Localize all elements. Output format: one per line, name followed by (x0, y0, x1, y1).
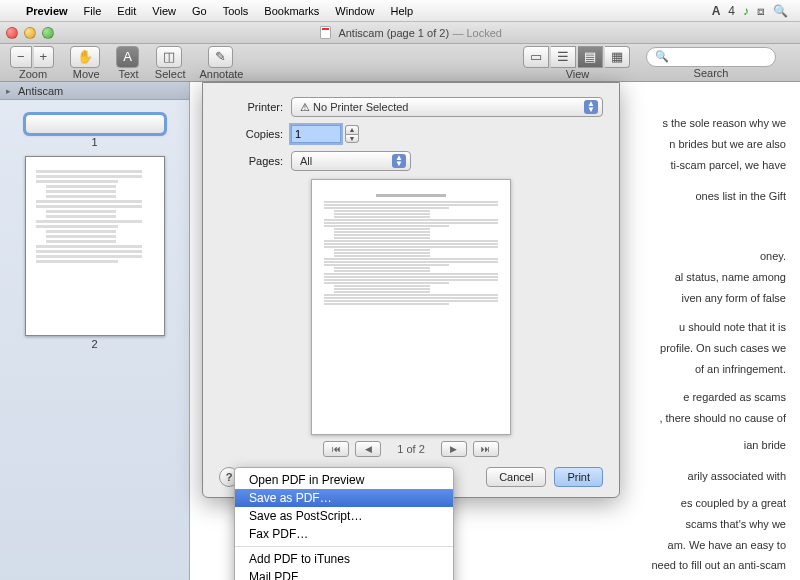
text-cursor-icon: A (123, 49, 132, 64)
bluetooth-icon[interactable]: ⧈ (757, 4, 765, 18)
hand-icon: ✋ (77, 49, 93, 64)
toolbar-label: Text (118, 68, 138, 80)
copies-stepper[interactable]: ▲▼ (345, 125, 359, 143)
view-mode-1-button[interactable]: ▭ (523, 46, 549, 68)
document-proxy-icon[interactable] (320, 26, 331, 39)
toolbar-label: View (566, 68, 590, 80)
menu-item-save-as-postscript[interactable]: Save as PostScript… (235, 507, 453, 525)
pages-label: Pages: (219, 155, 283, 167)
pdf-dropdown-menu: Open PDF in Preview Save as PDF… Save as… (234, 467, 454, 580)
view-mode-2-button[interactable]: ☰ (551, 46, 576, 68)
window-toolbar: − + Zoom ✋ Move A Text ◫ Select ✎ Annota… (0, 44, 800, 82)
window-title: Antiscam (page 1 of 2) — Locked (62, 26, 760, 40)
itunes-icon[interactable]: ♪ (743, 4, 749, 18)
file-menu[interactable]: File (76, 5, 110, 17)
minus-icon: − (17, 49, 25, 64)
close-window-button[interactable] (6, 27, 18, 39)
prev-page-button[interactable]: ◀ (355, 441, 381, 457)
print-preview-thumbnail (311, 179, 511, 435)
app-menu[interactable]: Preview (18, 5, 76, 17)
printer-select[interactable]: ⚠︎ No Printer Selected ▲▼ (291, 97, 603, 117)
toolbar-label: Select (155, 68, 186, 80)
window-titlebar: Antiscam (page 1 of 2) — Locked (0, 22, 800, 44)
help-menu[interactable]: Help (382, 5, 421, 17)
menu-item-mail-pdf[interactable]: Mail PDF (235, 568, 453, 580)
thumbnail-sidebar: Antiscam 1 (0, 82, 190, 580)
copies-label: Copies: (219, 128, 283, 140)
window-menu[interactable]: Window (327, 5, 382, 17)
first-page-button[interactable]: ⏮ (323, 441, 349, 457)
zoom-window-button[interactable] (42, 27, 54, 39)
thumbnail-page-number: 1 (18, 136, 171, 148)
bookmarks-menu[interactable]: Bookmarks (256, 5, 327, 17)
view-menu[interactable]: View (144, 5, 184, 17)
view-mode-3-button[interactable]: ▤ (578, 46, 603, 68)
adobe-status-icon[interactable]: A (712, 4, 721, 18)
menu-item-open-pdf[interactable]: Open PDF in Preview (235, 471, 453, 489)
menu-item-fax-pdf[interactable]: Fax PDF… (235, 525, 453, 543)
pages-select[interactable]: All ▲▼ (291, 151, 411, 171)
select-tool-button[interactable]: ◫ (156, 46, 182, 68)
plus-icon: + (40, 49, 48, 64)
toolbar-label: Move (73, 68, 100, 80)
select-arrows-icon: ▲▼ (392, 154, 406, 168)
thumbnail-page-number: 2 (18, 338, 171, 350)
page-thumbnail-2[interactable] (25, 156, 165, 336)
menu-item-add-to-itunes[interactable]: Add PDF to iTunes (235, 550, 453, 568)
pencil-icon: ✎ (215, 49, 226, 64)
go-menu[interactable]: Go (184, 5, 215, 17)
annotate-button[interactable]: ✎ (208, 46, 233, 68)
move-tool-button[interactable]: ✋ (70, 46, 100, 68)
zoom-in-button[interactable]: + (34, 46, 55, 68)
toolbar-label: Search (694, 67, 729, 79)
edit-menu[interactable]: Edit (109, 5, 144, 17)
select-arrows-icon: ▲▼ (584, 100, 598, 114)
menu-item-save-as-pdf[interactable]: Save as PDF… (235, 489, 453, 507)
next-page-button[interactable]: ▶ (441, 441, 467, 457)
notification-badge[interactable]: 4 (728, 4, 735, 18)
toolbar-label: Annotate (199, 68, 243, 80)
printer-label: Printer: (219, 101, 283, 113)
search-icon: 🔍 (655, 50, 669, 63)
selection-icon: ◫ (163, 49, 175, 64)
zoom-out-button[interactable]: − (10, 46, 32, 68)
page-thumbnail-1[interactable] (25, 114, 165, 134)
last-page-button[interactable]: ⏭ (473, 441, 499, 457)
search-field[interactable]: 🔍 (646, 47, 776, 67)
tools-menu[interactable]: Tools (215, 5, 257, 17)
text-tool-button[interactable]: A (116, 46, 139, 68)
toolbar-label: Zoom (19, 68, 47, 80)
print-button[interactable]: Print (554, 467, 603, 487)
minimize-window-button[interactable] (24, 27, 36, 39)
cancel-button[interactable]: Cancel (486, 467, 546, 487)
spotlight-icon[interactable]: 🔍 (773, 4, 788, 18)
view-mode-4-button[interactable]: ▦ (605, 46, 630, 68)
system-menubar: Preview File Edit View Go Tools Bookmark… (0, 0, 800, 22)
sidebar-header[interactable]: Antiscam (0, 82, 189, 100)
copies-input[interactable] (291, 125, 341, 143)
page-indicator: 1 of 2 (397, 443, 425, 455)
print-dialog: Printer: ⚠︎ No Printer Selected ▲▼ Copie… (202, 82, 620, 498)
